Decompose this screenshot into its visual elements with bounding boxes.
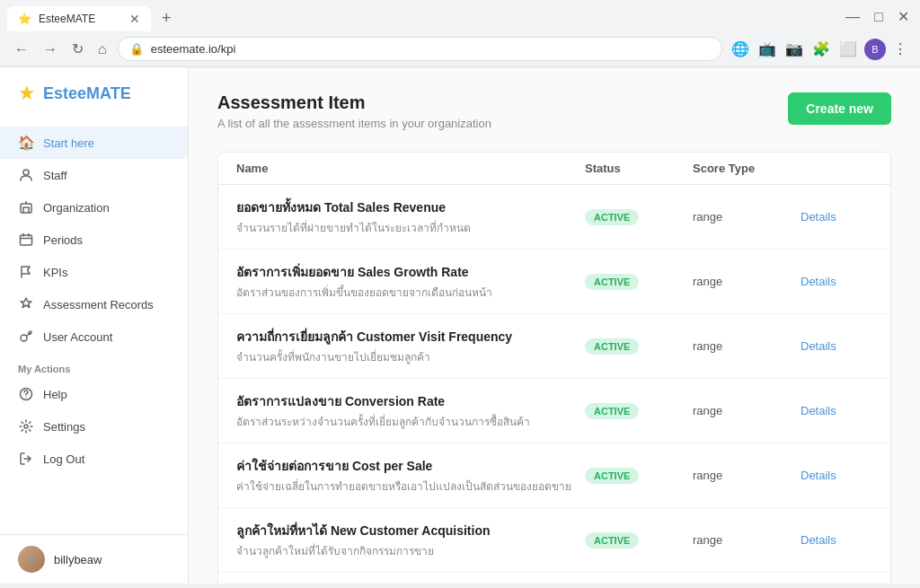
sidebar-label-periods: Periods — [43, 233, 83, 247]
profile-button[interactable]: B — [864, 39, 886, 60]
table-row: อัตราการเพิ่มยอดขาย Sales Growth Rate อั… — [218, 250, 890, 314]
row-desc: จำนวลูกค้าใหม่ที่ได้รับจากกิจกรรมการขาย — [236, 542, 585, 559]
sidebar: ★ EsteeMATE 🏠 Start here Staff Organizat… — [0, 67, 189, 584]
logout-icon — [18, 451, 34, 467]
svg-rect-1 — [21, 204, 31, 213]
back-button[interactable]: ← — [11, 39, 32, 59]
row-name-col: อัตราการเพิ่มยอดขาย Sales Growth Rate อั… — [236, 262, 585, 301]
details-link[interactable]: Details — [801, 210, 836, 224]
address-url: esteemate.io/kpi — [151, 42, 711, 56]
sidebar-label-settings: Settings — [43, 420, 85, 434]
minimize-button[interactable]: — — [842, 6, 863, 27]
table-row: ค่าใช้จ่ายต่อการขาย Cost per Sale ค่าใช้… — [218, 443, 890, 508]
sidebar-label-staff: Staff — [43, 169, 67, 182]
table-body: ยอดขายทั้งหมด Total Sales Revenue จำนวนร… — [218, 185, 890, 584]
sidebar-label-organization: Organization — [43, 201, 110, 215]
page-header: Assessment Item A list of all the assess… — [217, 92, 891, 130]
row-name-col: อัตราการแปลงขาย Conversion Rate อัตราส่ว… — [236, 391, 585, 430]
table-row: ความถี่การเยี่ยมลูกค้า Customer Visit Fr… — [218, 314, 890, 379]
row-status-col: ACTIVE — [585, 338, 693, 355]
sidebar-item-settings[interactable]: Settings — [0, 410, 188, 443]
flag-icon — [18, 264, 34, 280]
sidebar-label-assessment-records: Assessment Records — [43, 298, 154, 312]
row-status-col: ACTIVE — [585, 468, 693, 484]
home-button[interactable]: ⌂ — [94, 39, 111, 59]
row-name: อัตราการเพิ่มยอดขาย Sales Growth Rate — [236, 262, 585, 282]
sidebar-label-start-here: Start here — [43, 136, 94, 150]
row-status-col: ACTIVE — [585, 403, 693, 419]
restore-button[interactable]: □ — [871, 6, 887, 27]
svg-rect-3 — [21, 235, 32, 245]
username: billybeaw — [54, 553, 102, 566]
col-name: Name — [236, 162, 585, 175]
sidebar-item-user-account[interactable]: User Account — [0, 320, 188, 353]
sidebar-item-help[interactable]: Help — [0, 378, 188, 410]
row-score-type: range — [693, 533, 801, 547]
page-title: Assessment Item — [217, 92, 491, 113]
row-name-col: ความถี่การเยี่ยมลูกค้า Customer Visit Fr… — [236, 327, 585, 365]
sidebar-item-organization[interactable]: Organization — [0, 191, 188, 224]
extensions-button[interactable]: 🌐 — [730, 39, 751, 59]
app-container: ★ EsteeMATE 🏠 Start here Staff Organizat… — [0, 67, 920, 584]
sidebar-item-periods[interactable]: Periods — [0, 224, 188, 256]
browser-chrome: ⭐ EsteeMATE ✕ + — □ ✕ ← → ↻ ⌂ 🔒 esteemat… — [0, 0, 920, 67]
col-status: Status — [585, 162, 693, 175]
sidebar-item-assessment-records[interactable]: Assessment Records — [0, 288, 188, 320]
reload-button[interactable]: ↻ — [68, 39, 87, 59]
tab-bar: ⭐ EsteeMATE ✕ + — □ ✕ — [0, 0, 920, 31]
calendar-icon — [18, 232, 34, 248]
sidebar-label-help: Help — [43, 388, 67, 401]
col-actions — [801, 162, 872, 175]
details-link[interactable]: Details — [801, 533, 836, 547]
create-new-button[interactable]: Create new — [788, 92, 891, 125]
row-name: ลูกค้าใหม่ที่หาได้ New Customer Acquisit… — [236, 521, 585, 540]
screenshot-button[interactable]: 📷 — [783, 39, 805, 59]
details-link[interactable]: Details — [801, 404, 836, 417]
status-badge: ACTIVE — [585, 338, 639, 355]
sidebar-item-staff[interactable]: Staff — [0, 159, 188, 191]
browser-actions: 🌐 📺 📷 🧩 ⬜ B ⋮ — [730, 39, 909, 60]
menu-button[interactable]: ⋮ — [891, 39, 909, 59]
row-name: ความถี่การเยี่ยมลูกค้า Customer Visit Fr… — [236, 327, 585, 347]
row-score-type: range — [693, 469, 801, 482]
close-window-button[interactable]: ✕ — [894, 6, 913, 27]
forward-button[interactable]: → — [40, 39, 61, 59]
row-desc: อัตราส่วนของการเพิ่มขึ้นของยอดขายจากเดือ… — [236, 284, 585, 301]
my-actions-label: My Actions — [0, 353, 188, 378]
svg-point-7 — [24, 425, 28, 428]
new-tab-button[interactable]: + — [155, 5, 179, 31]
sidebar-item-logout[interactable]: Log Out — [0, 443, 188, 475]
tab-title: EsteeMATE — [39, 13, 95, 25]
details-link[interactable]: Details — [801, 339, 836, 353]
tab-close-button[interactable]: ✕ — [129, 12, 140, 26]
row-name: ยอดขายทั้งหมด Total Sales Revenue — [236, 197, 585, 217]
details-link[interactable]: Details — [801, 469, 836, 482]
row-actions: Details — [801, 210, 872, 224]
table-row: การประทับใจลูกค้า Customer Satisfaction … — [218, 573, 890, 584]
extensions-puzzle-button[interactable]: 🧩 — [810, 39, 832, 59]
row-name: อัตราการแปลงขาย Conversion Rate — [236, 391, 585, 411]
details-link[interactable]: Details — [801, 275, 836, 288]
row-name-col: ยอดขายทั้งหมด Total Sales Revenue จำนวนร… — [236, 197, 585, 236]
table-row: อัตราการแปลงขาย Conversion Rate อัตราส่ว… — [218, 379, 890, 443]
tab-favicon: ⭐ — [18, 13, 31, 25]
table-row: ลูกค้าใหม่ที่หาได้ New Customer Acquisit… — [218, 508, 890, 573]
sidebar-item-start-here[interactable]: 🏠 Start here — [0, 127, 188, 159]
row-score-type: range — [693, 210, 801, 224]
status-badge: ACTIVE — [585, 468, 639, 484]
address-bar[interactable]: 🔒 esteemate.io/kpi — [118, 37, 722, 61]
row-name-col: ลูกค้าใหม่ที่หาได้ New Customer Acquisit… — [236, 521, 585, 559]
status-badge: ACTIVE — [585, 532, 639, 549]
table-row: ยอดขายทั้งหมด Total Sales Revenue จำนวนร… — [218, 185, 890, 250]
cast-button[interactable]: 📺 — [756, 39, 778, 59]
browser-controls: ← → ↻ ⌂ 🔒 esteemate.io/kpi 🌐 📺 📷 🧩 ⬜ B ⋮ — [0, 31, 920, 66]
sidebar-logo: ★ EsteeMATE — [0, 67, 188, 119]
building-icon — [18, 199, 34, 215]
active-tab[interactable]: ⭐ EsteeMATE ✕ — [7, 6, 151, 31]
row-status-col: ACTIVE — [585, 274, 693, 290]
key-icon — [18, 329, 34, 345]
sidebar-footer: billybeaw — [0, 534, 188, 584]
sidebar-item-kpis[interactable]: KPIs — [0, 256, 188, 288]
sidebar-label-kpis: KPIs — [43, 266, 67, 279]
sidebar-button[interactable]: ⬜ — [837, 39, 859, 59]
